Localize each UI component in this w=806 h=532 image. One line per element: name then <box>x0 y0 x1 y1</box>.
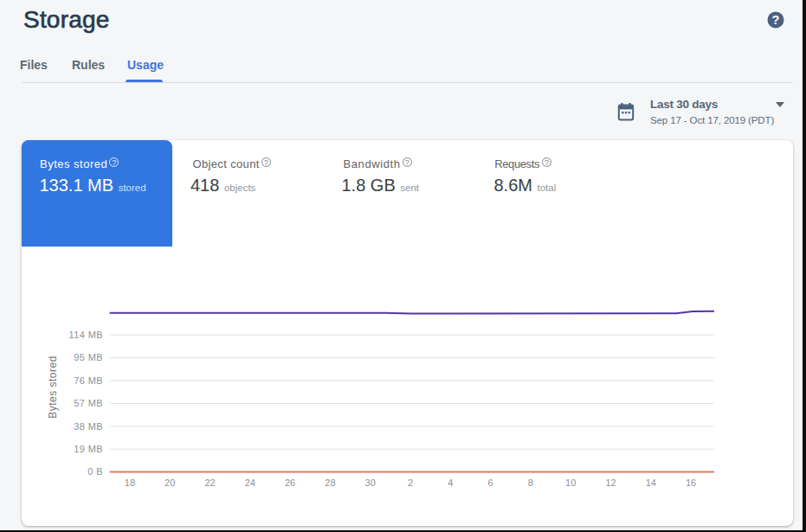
svg-text:8: 8 <box>527 478 532 488</box>
svg-text:16: 16 <box>685 478 695 488</box>
svg-text:0 B: 0 B <box>87 466 103 477</box>
svg-text:19 MB: 19 MB <box>74 444 103 454</box>
svg-text:38 MB: 38 MB <box>74 421 103 432</box>
svg-text:12: 12 <box>605 478 616 488</box>
svg-text:76 MB: 76 MB <box>74 375 103 386</box>
svg-text:18: 18 <box>124 478 134 488</box>
svg-text:30: 30 <box>364 478 375 488</box>
svg-text:4: 4 <box>448 478 453 488</box>
svg-text:114 MB: 114 MB <box>68 330 103 340</box>
svg-text:6: 6 <box>487 478 493 488</box>
svg-text:2: 2 <box>407 478 412 488</box>
svg-text:24: 24 <box>244 478 255 488</box>
svg-text:26: 26 <box>284 478 294 488</box>
svg-text:Bytes stored: Bytes stored <box>46 356 58 419</box>
svg-text:10: 10 <box>565 478 576 488</box>
svg-text:14: 14 <box>645 478 655 488</box>
svg-text:?: ? <box>772 13 780 27</box>
svg-text:28: 28 <box>325 478 335 488</box>
svg-text:20: 20 <box>164 478 175 488</box>
svg-text:22: 22 <box>204 478 215 488</box>
svg-text:95 MB: 95 MB <box>74 352 103 362</box>
svg-text:57 MB: 57 MB <box>74 398 103 408</box>
